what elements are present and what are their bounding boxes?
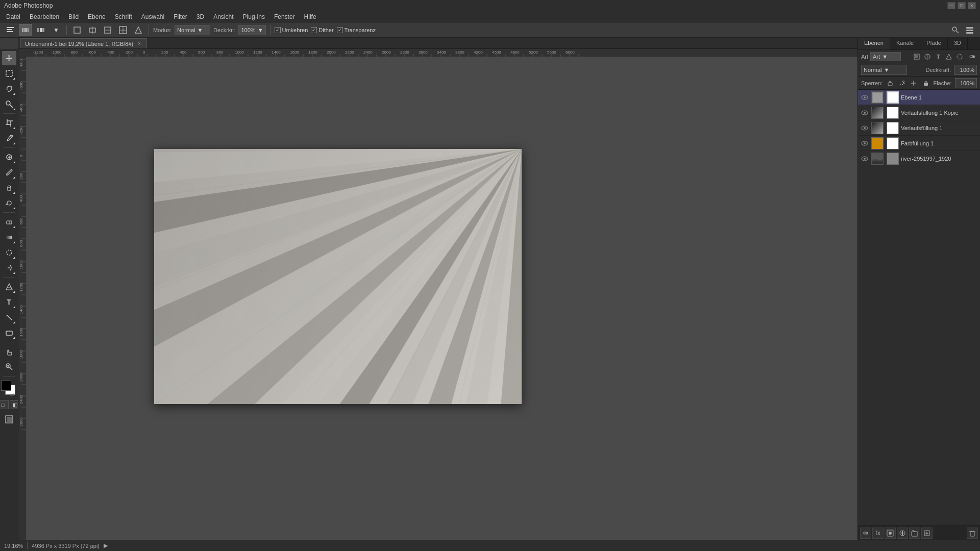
workspace-button[interactable] [964, 24, 976, 36]
lock-all-btn[interactable] [921, 79, 930, 88]
svg-marker-24 [6, 55, 12, 62]
svg-rect-2 [7, 31, 13, 32]
menu-fenster[interactable]: Fenster [270, 12, 299, 21]
tool-magic-wand[interactable] [2, 97, 16, 111]
tool-healing[interactable] [2, 150, 16, 164]
menu-plugins[interactable]: Plug-ins [239, 12, 269, 21]
delete-layer-button[interactable] [967, 528, 978, 539]
layer-visibility-verlauf-kopie[interactable] [860, 108, 869, 117]
search-button[interactable] [949, 24, 962, 36]
tool-dodge[interactable] [2, 261, 16, 275]
brush-picker-button[interactable]: ▼ [50, 24, 62, 36]
document-tab[interactable]: Unbenannt-1 bei 19,2% (Ebene 1, RGB/8#) … [20, 38, 147, 48]
minimize-button[interactable]: ─ [947, 2, 955, 9]
filter-smart-btn[interactable] [955, 52, 964, 61]
tool-crop[interactable] [2, 116, 16, 130]
filter-toggle-btn[interactable] [968, 52, 977, 61]
tool-move[interactable] [2, 51, 16, 65]
filter-adjustment-btn[interactable] [923, 52, 932, 61]
menu-hilfe[interactable]: Hilfe [300, 12, 321, 21]
menu-datei[interactable]: Datei [2, 12, 24, 21]
filter-pixel-btn[interactable] [912, 52, 921, 61]
tool-eraser[interactable] [2, 215, 16, 229]
tab-ebenen[interactable]: Ebenen [858, 38, 890, 49]
add-mask-button[interactable] [885, 528, 896, 539]
standard-mode-button[interactable]: □ [0, 400, 9, 409]
tab-pfade[interactable]: Pfade [920, 38, 948, 49]
menu-auswahl[interactable]: Auswahl [137, 12, 168, 21]
canvas-viewport[interactable] [27, 57, 857, 540]
brush-hard-button[interactable] [19, 24, 32, 36]
menu-schrift[interactable]: Schrift [111, 12, 136, 21]
transform-btn5[interactable] [132, 24, 144, 36]
menu-filter[interactable]: Filter [169, 12, 191, 21]
brush-type2-button[interactable] [35, 24, 47, 36]
tool-preset-button[interactable] [4, 24, 16, 36]
modus-dropdown[interactable]: Normal ▼ [175, 25, 210, 35]
tab-close-button[interactable]: × [136, 41, 142, 47]
dither-checkbox[interactable] [311, 27, 317, 33]
swap-colors-button[interactable]: ⇄ [10, 392, 14, 397]
layer-visibility-farbfullung[interactable] [860, 139, 869, 148]
tool-selection[interactable] [2, 66, 16, 81]
blend-mode-dropdown[interactable]: Normal ▼ [861, 65, 907, 75]
menu-bearbeiten[interactable]: Bearbeiten [26, 12, 63, 21]
tool-lasso[interactable] [2, 82, 16, 96]
tool-brush[interactable] [2, 165, 16, 180]
fill-label: Fläche: [933, 80, 951, 86]
transform-btn2[interactable] [86, 24, 99, 36]
tool-history-brush[interactable] [2, 196, 16, 210]
layer-item-ebene1[interactable]: Ebene 1 [858, 90, 980, 105]
link-layers-button[interactable] [860, 528, 871, 539]
maximize-button[interactable]: □ [958, 2, 966, 9]
filter-type-dropdown[interactable]: Art ▼ [870, 52, 901, 61]
status-arrow[interactable]: ▶ [104, 542, 108, 549]
tool-hand[interactable] [2, 344, 16, 359]
tool-blur[interactable] [2, 245, 16, 260]
layer-item-verlauf-kopie[interactable]: Verlaufsfüllung 1 Kopie [858, 105, 980, 120]
add-adjustment-button[interactable] [897, 528, 908, 539]
menu-ansicht[interactable]: Ansicht [209, 12, 237, 21]
close-button[interactable]: × [968, 2, 976, 9]
tab-kanaele[interactable]: Kanäle [890, 38, 920, 49]
layer-item-farbfullung[interactable]: Farbfüllung 1 [858, 136, 980, 151]
add-group-button[interactable] [909, 528, 920, 539]
tool-shape[interactable] [2, 325, 16, 340]
add-style-button[interactable]: fx [872, 528, 884, 539]
menu-3d[interactable]: 3D [192, 12, 208, 21]
transform-btn1[interactable] [71, 24, 83, 36]
tool-gradient[interactable] [2, 230, 16, 244]
add-layer-button[interactable] [921, 528, 933, 539]
svg-rect-5 [25, 28, 27, 32]
filter-shape-btn[interactable] [944, 52, 953, 61]
foreground-color-swatch[interactable] [1, 381, 11, 391]
lock-image-btn[interactable] [898, 79, 906, 88]
transform-btn3[interactable] [102, 24, 114, 36]
tool-type[interactable]: T [2, 295, 16, 309]
transform-btn4[interactable] [117, 24, 129, 36]
filter-type-text-btn[interactable]: T [934, 52, 943, 61]
menu-bild[interactable]: Bild [64, 12, 83, 21]
tool-zoom[interactable] [2, 360, 16, 374]
layer-visibility-ebene1[interactable] [860, 93, 869, 102]
lock-transparent-btn[interactable] [886, 79, 894, 88]
menu-ebene[interactable]: Ebene [84, 12, 110, 21]
transparenz-checkbox[interactable] [337, 27, 343, 33]
quick-mask-button[interactable]: ◧ [10, 400, 19, 409]
svg-rect-23 [966, 32, 973, 34]
deckraft-dropdown[interactable]: 100% ▼ [238, 25, 265, 35]
tool-path-selection[interactable] [2, 310, 16, 324]
layer-visibility-verlauf[interactable] [860, 123, 869, 133]
tool-eyedropper[interactable] [2, 131, 16, 145]
tool-pen[interactable] [2, 280, 16, 294]
screen-mode-button[interactable] [2, 412, 16, 427]
layer-item-verlauf[interactable]: Verlaufsfüllung 1 [858, 120, 980, 136]
tool-stamp[interactable] [2, 181, 16, 195]
fill-input[interactable]: 100% [955, 78, 977, 88]
layer-visibility-river[interactable] [860, 154, 869, 163]
tab-3d[interactable]: 3D [948, 38, 968, 49]
layer-item-river[interactable]: river-2951997_1920 [858, 151, 980, 166]
umkehren-checkbox[interactable] [275, 27, 281, 33]
opacity-input[interactable]: 100% [954, 65, 977, 75]
lock-position-btn[interactable] [910, 79, 918, 88]
